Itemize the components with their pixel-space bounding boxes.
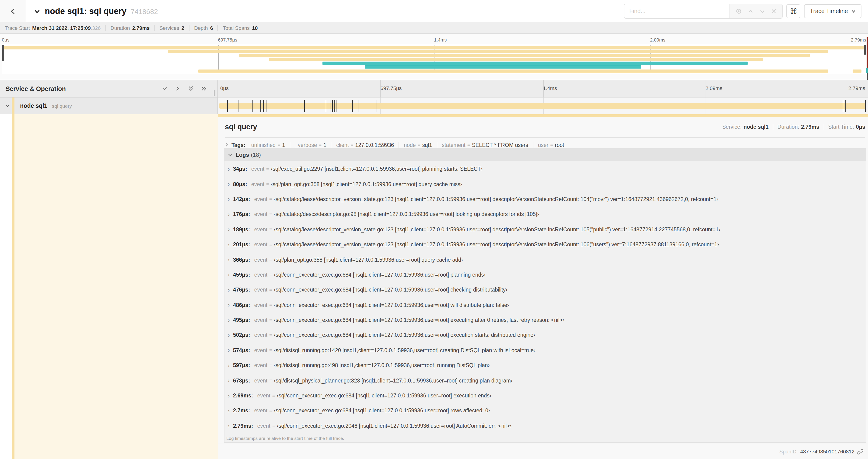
log-field-value: ‹sql/conn_executor_exec.go:684 [nsql1,cl… xyxy=(274,272,486,277)
logs-header[interactable]: Logs (18) xyxy=(224,149,866,161)
keyboard-shortcuts-button[interactable]: ⌘ xyxy=(786,4,801,18)
log-row[interactable]: ›80μs:event=‹sql/plan_opt.go:358 [nsql1,… xyxy=(224,176,866,192)
command-icon: ⌘ xyxy=(790,7,797,15)
view-options-button[interactable]: Trace Timeline xyxy=(804,4,862,18)
log-row[interactable]: ›366μs:event=‹sql/plan_opt.go:358 [nsql1… xyxy=(224,252,866,267)
expand-one-icon[interactable] xyxy=(175,85,181,92)
tag-divider xyxy=(533,142,533,148)
equals-sign: = xyxy=(269,272,272,277)
tag-key: node xyxy=(404,142,416,147)
log-timestamp: 201μs: xyxy=(233,242,250,247)
minimap-span-bar xyxy=(269,58,763,61)
expand-all-icon[interactable] xyxy=(201,85,207,92)
span-duration-bar[interactable] xyxy=(220,103,866,109)
equals-sign: = xyxy=(266,182,269,187)
next-match-icon[interactable] xyxy=(760,8,766,14)
log-row[interactable]: ›34μs:event=‹sql/exec_util.go:2297 [nsql… xyxy=(224,161,866,176)
collapse-all-icon[interactable] xyxy=(188,85,194,92)
span-detail-left-column xyxy=(0,114,218,459)
log-field-value: ‹sql/distsql_physical_planner.go:828 [ns… xyxy=(274,378,513,383)
deep-link-icon[interactable] xyxy=(857,449,863,455)
find-input[interactable] xyxy=(625,4,730,18)
log-field-name: event xyxy=(254,348,268,353)
equals-sign: = xyxy=(269,302,272,307)
trace-title-group: node sql1: sql query 7418682 xyxy=(34,6,624,16)
start-time-value: 0μs xyxy=(856,124,865,130)
log-timestamp: 495μs: xyxy=(233,317,250,323)
log-field-value: ‹sql/conn_executor_exec.go:684 [nsql1,cl… xyxy=(274,302,509,308)
tag-item: _verbose=1 xyxy=(295,142,327,147)
log-field-name: event xyxy=(257,393,270,398)
summary-item: Services2 xyxy=(159,25,184,31)
column-resizer-grip[interactable] xyxy=(214,90,216,96)
summary-value: March 31 2022, 17:25:09.326 xyxy=(32,25,101,31)
log-field-value: ‹sql/distsql_running.go:1420 [nsql1,clie… xyxy=(274,348,535,353)
minimap-left-handle[interactable] xyxy=(2,45,4,61)
log-timestamp: 142μs: xyxy=(233,196,250,202)
span-detail-title: sql query xyxy=(225,123,257,131)
equals-sign: = xyxy=(550,142,553,147)
minimap-right-handle[interactable] xyxy=(864,45,866,55)
log-timestamp: 476μs: xyxy=(233,287,250,293)
chevron-right-icon: › xyxy=(228,211,230,218)
log-row[interactable]: ›459μs:event=‹sql/conn_executor_exec.go:… xyxy=(224,267,866,282)
log-row[interactable]: ›574μs:event=‹sql/distsql_running.go:142… xyxy=(224,342,866,358)
tag-item: node=sql1 xyxy=(404,142,432,147)
log-row[interactable]: ›597μs:event=‹sql/distsql_running.go:498… xyxy=(224,358,866,373)
summary-label: Duration xyxy=(111,25,130,31)
minimap-span-bar xyxy=(853,69,862,72)
log-field-value: ‹sql/conn_executor_exec.go:684 [nsql1,cl… xyxy=(277,393,491,398)
log-field-name: event xyxy=(254,227,268,232)
collapse-one-icon[interactable] xyxy=(161,85,168,92)
equals-sign: = xyxy=(269,227,272,232)
log-row[interactable]: ›2.7ms:event=‹sql/conn_executor_exec.go:… xyxy=(224,403,866,418)
summary-label: Trace Start xyxy=(5,25,30,31)
log-timestamp: 189μs: xyxy=(233,227,250,232)
axis-tick-label: 0μs xyxy=(220,85,229,91)
log-row[interactable]: ›176μs:event=‹sql/catalog/descs/descript… xyxy=(224,207,866,222)
chevron-down-icon[interactable] xyxy=(5,103,10,109)
log-row[interactable]: ›2.69ms:event=‹sql/conn_executor_exec.go… xyxy=(224,388,866,403)
log-row[interactable]: ›678μs:event=‹sql/distsql_physical_plann… xyxy=(224,373,866,388)
log-row[interactable]: ›502μs:event=‹sql/conn_executor_exec.go:… xyxy=(224,328,866,343)
minimap-scrubber[interactable] xyxy=(2,45,866,73)
span-row: node sql1 sql query xyxy=(0,97,868,114)
log-field-value: ‹sql/plan_opt.go:358 [nsql1,client=127.0… xyxy=(274,257,463,262)
summary-value: 10 xyxy=(252,25,258,31)
tag-key: statement xyxy=(442,142,465,147)
locate-icon[interactable] xyxy=(736,8,742,14)
log-row[interactable]: ›486μs:event=‹sql/conn_executor_exec.go:… xyxy=(224,297,866,313)
tag-key: _verbose xyxy=(295,142,317,147)
prev-match-icon[interactable] xyxy=(748,8,754,14)
logs-footnote: Log timestamps are relative to the start… xyxy=(226,436,344,441)
span-row-name-cell[interactable]: node sql1 sql query xyxy=(0,97,218,114)
minimap-axis-labels: 0μs 697.75μs 1.4ms 2.09ms 2.79ms xyxy=(2,37,866,44)
chevron-down-icon[interactable] xyxy=(34,8,40,15)
start-time-label: Start Time: xyxy=(828,124,854,130)
log-row[interactable]: ›495μs:event=‹sql/conn_executor_exec.go:… xyxy=(224,313,866,328)
log-row[interactable]: ›476μs:event=‹sql/conn_executor_exec.go:… xyxy=(224,282,866,297)
tags-toggle[interactable]: Tags: xyxy=(224,142,248,147)
log-row[interactable]: ›2.79ms:event=‹sql/conn_executor_exec.go… xyxy=(224,418,866,433)
log-event-tick xyxy=(330,100,331,112)
log-event-tick xyxy=(304,100,305,112)
back-button[interactable] xyxy=(0,0,26,22)
spanid-value: 4877749850101760812 xyxy=(800,449,855,454)
clear-find-icon[interactable] xyxy=(771,8,777,14)
log-event-tick xyxy=(264,100,264,112)
log-row[interactable]: ›189μs:event=‹sql/catalog/lease/descript… xyxy=(224,222,866,237)
tag-divider xyxy=(399,142,399,148)
log-field-name: event xyxy=(254,287,268,293)
log-row[interactable]: ›142μs:event=‹sql/catalog/lease/descript… xyxy=(224,192,866,207)
summary-divider xyxy=(189,25,189,31)
tag-value: 1 xyxy=(323,142,327,147)
service-value: node sql1 xyxy=(743,124,768,130)
chevron-right-icon: › xyxy=(228,317,230,324)
log-row[interactable]: ›201μs:event=‹sql/catalog/lease/descript… xyxy=(224,237,866,252)
log-field-name: event xyxy=(257,423,270,429)
duration-label: Duration: xyxy=(777,124,799,130)
span-meta: Service: node sql1 Duration: 2.79ms Star… xyxy=(722,124,865,130)
log-field-value: ‹sql/plan_opt.go:358 [nsql1,client=127.0… xyxy=(271,181,462,187)
log-event-tick xyxy=(845,100,846,112)
axis-tick-label: 697.75μs xyxy=(218,37,237,42)
